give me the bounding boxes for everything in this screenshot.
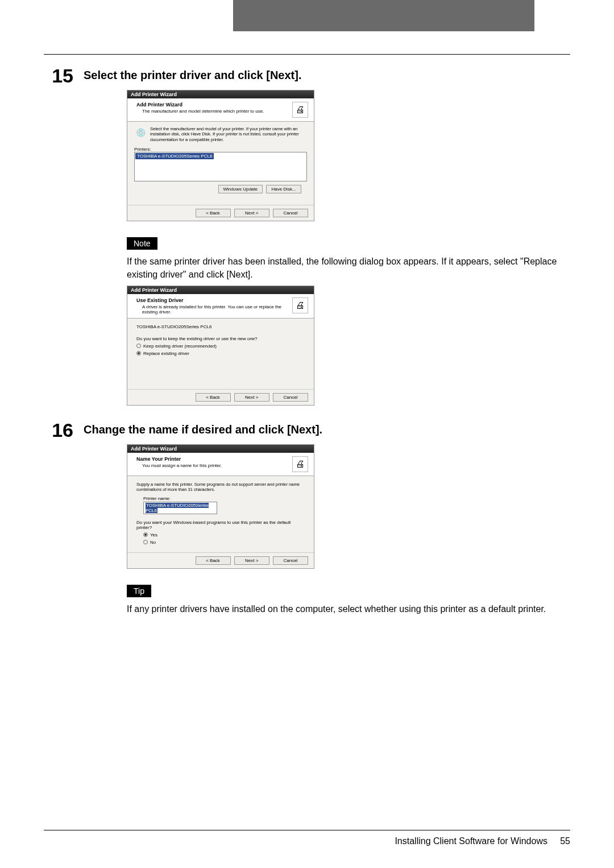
wizard-heading: Add Printer Wizard bbox=[136, 102, 292, 108]
windows-update-button[interactable]: Windows Update bbox=[218, 185, 263, 193]
replace-existing-radio[interactable]: Replace existing driver bbox=[136, 351, 305, 356]
keep-existing-radio[interactable]: Keep existing driver (recommended) bbox=[136, 344, 305, 349]
printer-name-input[interactable]: TOSHIBA e-STUDIO205Series PCL6 bbox=[143, 502, 217, 514]
radio-icon bbox=[136, 351, 141, 356]
note-label: Note bbox=[127, 237, 157, 250]
back-button[interactable]: < Back bbox=[196, 393, 231, 402]
radio-icon bbox=[143, 540, 148, 544]
printer-icon: 🖨 bbox=[292, 297, 308, 313]
back-button[interactable]: < Back bbox=[196, 209, 231, 217]
wizard-subheading: The manufacturer and model determine whi… bbox=[142, 109, 292, 114]
wizard-info-text: Select the manufacturer and model of you… bbox=[150, 126, 307, 142]
wizard-header: Name Your Printer You must assign a name… bbox=[127, 453, 314, 476]
note-block: Note If the same printer driver has been… bbox=[127, 237, 570, 281]
wizard-heading: Name Your Printer bbox=[136, 456, 292, 462]
next-button[interactable]: Next > bbox=[234, 209, 269, 217]
printer-name-label: Printer name: bbox=[143, 496, 305, 501]
printer-name-value: TOSHIBA e-STUDIO205Series PCL6 bbox=[146, 503, 209, 513]
default-yes-radio[interactable]: Yes bbox=[143, 532, 305, 538]
step-number: 15 bbox=[44, 66, 73, 85]
radio-label: Yes bbox=[150, 532, 157, 538]
wizard-subheading: A driver is already installed for this p… bbox=[142, 304, 292, 315]
have-disk-button[interactable]: Have Disk... bbox=[266, 185, 301, 193]
wizard-name-printer: Add Printer Wizard Name Your Printer You… bbox=[127, 444, 314, 569]
radio-icon bbox=[136, 344, 141, 348]
header-tab bbox=[233, 0, 534, 31]
wizard-existing-driver: Add Printer Wizard Use Existing Driver A… bbox=[127, 286, 314, 406]
wizard-subheading: You must assign a name for this printer. bbox=[142, 463, 292, 468]
printer-icon: 🖨 bbox=[292, 456, 308, 472]
radio-icon bbox=[143, 532, 148, 537]
page-footer: Installing Client Software for Windows 5… bbox=[44, 830, 570, 846]
radio-label: Keep existing driver (recommended) bbox=[143, 344, 217, 349]
page-number: 55 bbox=[560, 836, 570, 846]
default-printer-question: Do you want your Windows-based programs … bbox=[136, 520, 305, 530]
printers-label: Printers: bbox=[134, 147, 307, 152]
default-no-radio[interactable]: No bbox=[143, 540, 305, 545]
window-title: Add Printer Wizard bbox=[127, 286, 314, 294]
wizard-header: Add Printer Wizard The manufacturer and … bbox=[127, 98, 314, 122]
wizard-info-text: Supply a name for this printer. Some pro… bbox=[136, 482, 305, 493]
tip-block: Tip If any printer drivers have installe… bbox=[127, 585, 570, 615]
printer-icon: 🖨 bbox=[292, 102, 308, 118]
printers-listbox[interactable]: TOSHIBA e-STUDIO205Series PCL6 bbox=[134, 152, 307, 181]
wizard-select-driver: Add Printer Wizard Add Printer Wizard Th… bbox=[127, 90, 314, 221]
tip-text: If any printer drivers have installed on… bbox=[127, 603, 570, 615]
step-title: Select the printer driver and click [Nex… bbox=[84, 69, 301, 82]
page-content: 15 Select the printer driver and click [… bbox=[44, 54, 570, 615]
radio-label: Replace existing driver bbox=[143, 351, 189, 356]
step-15-header: 15 Select the printer driver and click [… bbox=[44, 66, 570, 85]
wizard-heading: Use Existing Driver bbox=[136, 297, 292, 303]
existing-question: Do you want to keep the existing driver … bbox=[136, 336, 305, 341]
next-button[interactable]: Next > bbox=[234, 556, 269, 565]
tip-label: Tip bbox=[127, 585, 151, 597]
back-button[interactable]: < Back bbox=[196, 556, 231, 565]
step-number: 16 bbox=[44, 420, 73, 440]
cancel-button[interactable]: Cancel bbox=[273, 209, 308, 217]
step-title: Change the name if desired and click [Ne… bbox=[84, 423, 322, 436]
step-16-header: 16 Change the name if desired and click … bbox=[44, 420, 570, 440]
cancel-button[interactable]: Cancel bbox=[273, 393, 308, 402]
cancel-button[interactable]: Cancel bbox=[273, 556, 308, 565]
window-title: Add Printer Wizard bbox=[127, 445, 314, 453]
footer-text: Installing Client Software for Windows bbox=[395, 836, 547, 846]
selected-printer[interactable]: TOSHIBA e-STUDIO205Series PCL6 bbox=[135, 153, 214, 159]
window-title: Add Printer Wizard bbox=[127, 90, 314, 98]
wizard-header: Use Existing Driver A driver is already … bbox=[127, 294, 314, 319]
radio-label: No bbox=[150, 540, 156, 545]
disk-icon: 💿 bbox=[134, 126, 147, 139]
driver-name: TOSHIBA e-STUDIO205Series PCL6 bbox=[136, 324, 305, 329]
note-text: If the same printer driver has been inst… bbox=[127, 255, 570, 281]
next-button[interactable]: Next > bbox=[234, 393, 269, 402]
